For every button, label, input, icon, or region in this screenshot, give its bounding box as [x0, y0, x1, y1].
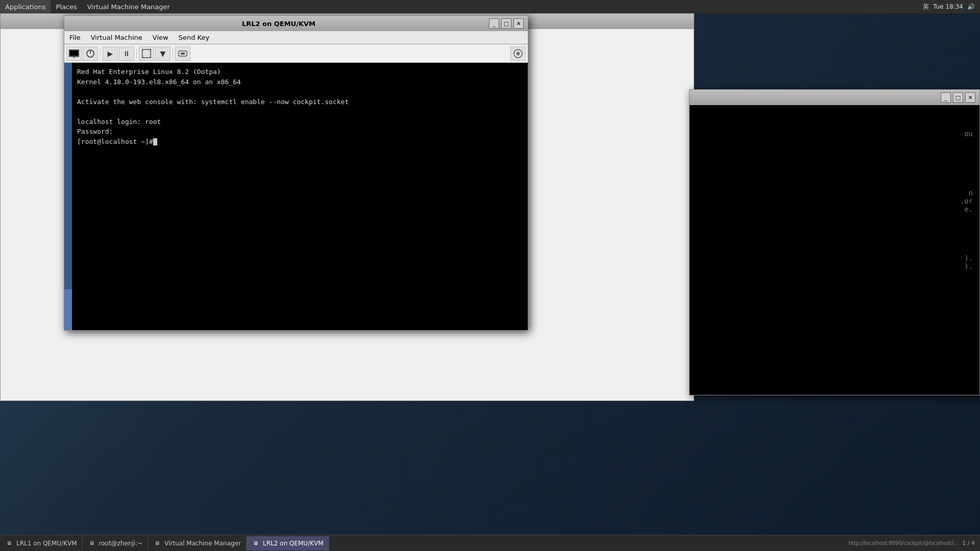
svg-rect-12	[142, 49, 151, 58]
svg-rect-14	[181, 53, 185, 55]
second-window-line4: e.	[694, 205, 975, 213]
terminal-line-4: Activate the web console with: systemctl…	[77, 97, 523, 107]
second-window-content: ou n .or e. ). ).	[690, 105, 979, 395]
svg-rect-8	[70, 51, 78, 56]
vm-terminal[interactable]: Red Hat Enterprise Linux 8.2 (Ootpa) Ker…	[72, 63, 528, 330]
qemu-title-bar: LRL2 on QEMU/KVM _ □ ✕	[64, 16, 528, 31]
top-menu-bar: Applications Places Virtual Machine Mana…	[0, 0, 980, 13]
taskbar-lrl1-icon: 🖥	[5, 539, 13, 547]
second-window-line1: ou	[694, 130, 975, 138]
second-window-titlebar: _ □ ✕	[690, 90, 979, 105]
terminal-line-3	[77, 87, 523, 97]
applications-menu[interactable]: Applications	[0, 0, 51, 13]
qemu-close-button[interactable]: ✕	[513, 18, 524, 29]
clock: Tue 18:34	[933, 3, 963, 10]
taskbar-root-label: root@zhenji:~	[99, 540, 143, 547]
vm-sidebar	[64, 63, 72, 330]
vm-menu-bar: File Virtual Machine View Send Key	[64, 31, 528, 44]
second-window: _ □ ✕ ou n .or e. ). ).	[689, 89, 980, 395]
taskbar-vmm-label: Virtual Machine Manager	[164, 540, 241, 547]
qemu-window: LRL2 on QEMU/KVM _ □ ✕ File Virtual Mach…	[64, 15, 528, 331]
vm-menu-view[interactable]: View	[148, 31, 174, 44]
terminal-line-5	[77, 107, 523, 117]
toolbar-usb-btn[interactable]	[175, 46, 190, 61]
toolbar-dropdown-btn[interactable]: ▼	[155, 46, 170, 61]
terminal-line-8: [root@localhost ~]#	[77, 137, 523, 147]
vm-toolbar: ▶ ⏸ ▼	[64, 44, 528, 63]
toolbar-fullscreen-btn[interactable]	[139, 46, 154, 61]
vm-menu-file[interactable]: File	[64, 31, 86, 44]
taskbar-lrl1-label: LRL1 on QEMU/KVM	[16, 540, 77, 547]
toolbar-play-btn[interactable]: ▶	[103, 46, 118, 61]
toolbar-sep-1	[100, 48, 101, 59]
taskbar-root-shell[interactable]: 🖥 root@zhenji:~	[83, 536, 149, 550]
toolbar-screen-btn[interactable]	[66, 46, 82, 61]
terminal-line-6: localhost login: root	[77, 117, 523, 127]
second-window-line6: ).	[694, 262, 975, 270]
toolbar-resize-btn[interactable]	[510, 46, 526, 61]
language-indicator: 英	[923, 3, 929, 11]
terminal-line-1: Red Hat Enterprise Linux 8.2 (Ootpa)	[77, 67, 523, 77]
taskbar-root-icon: 🖥	[88, 539, 96, 547]
second-window-line2: n	[694, 189, 975, 197]
toolbar-sep-2	[136, 48, 137, 59]
taskbar-vmm-icon: 🖥	[153, 539, 161, 547]
second-win-maximize[interactable]: □	[953, 92, 963, 103]
vm-menu-virtual-machine[interactable]: Virtual Machine	[86, 31, 148, 44]
taskbar-lrl2[interactable]: 🖥 LRL2 on QEMU/KVM	[247, 536, 329, 550]
qemu-minimize-button[interactable]: _	[489, 18, 499, 29]
toolbar-pause-btn[interactable]: ⏸	[119, 46, 134, 61]
svg-rect-9	[73, 57, 75, 58]
toolbar-power-btn[interactable]	[83, 46, 98, 61]
taskbar-url: http://localhost:9090/cockpit/@localhost…	[848, 540, 958, 546]
toolbar-sep-3	[173, 48, 173, 59]
vm-sidebar-active	[64, 289, 72, 330]
second-window-line5: ).	[694, 254, 975, 262]
volume-icon[interactable]: 🔊	[967, 3, 975, 10]
second-win-close[interactable]: ✕	[965, 92, 975, 103]
virtual-machine-manager-menu[interactable]: Virtual Machine Manager	[82, 0, 175, 13]
taskbar-lrl1[interactable]: 🖥 LRL1 on QEMU/KVM	[0, 536, 83, 550]
places-menu[interactable]: Places	[51, 0, 82, 13]
qemu-maximize-button[interactable]: □	[501, 18, 511, 29]
taskbar-lrl2-label: LRL2 on QEMU/KVM	[263, 540, 324, 547]
second-win-minimize[interactable]: _	[941, 92, 951, 103]
taskbar-vmm[interactable]: 🖥 Virtual Machine Manager	[148, 536, 247, 550]
qemu-window-title: LRL2 on QEMU/KVM	[68, 20, 489, 28]
taskbar-page-indicator: 1 / 4	[962, 540, 975, 546]
terminal-cursor	[153, 138, 157, 145]
vm-menu-send-key[interactable]: Send Key	[174, 31, 214, 44]
second-window-line3: .or	[694, 197, 975, 205]
window-controls-right: _ □ ✕	[489, 18, 524, 29]
desktop: Applications Places Virtual Machine Mana…	[0, 0, 980, 551]
taskbar: 🖥 LRL1 on QEMU/KVM 🖥 root@zhenji:~ 🖥 Vir…	[0, 535, 980, 551]
terminal-line-2: Kernel 4.18.0-193.el8.x86_64 on an x86_6…	[77, 77, 523, 87]
taskbar-lrl2-icon: 🖥	[252, 539, 260, 547]
terminal-line-7: Password:	[77, 127, 523, 137]
